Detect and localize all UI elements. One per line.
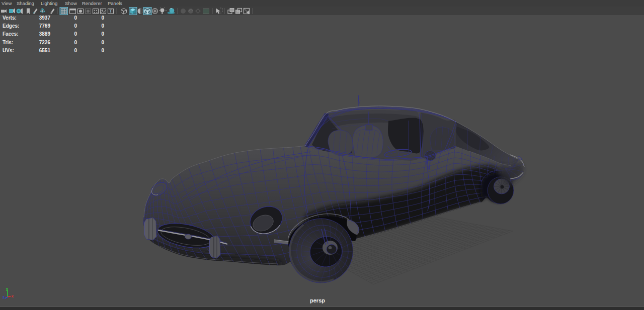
svg-text:z: z [3, 295, 5, 299]
svg-text:y: y [6, 286, 9, 291]
svg-text:x: x [12, 294, 14, 298]
svg-text:T: T [109, 9, 112, 14]
